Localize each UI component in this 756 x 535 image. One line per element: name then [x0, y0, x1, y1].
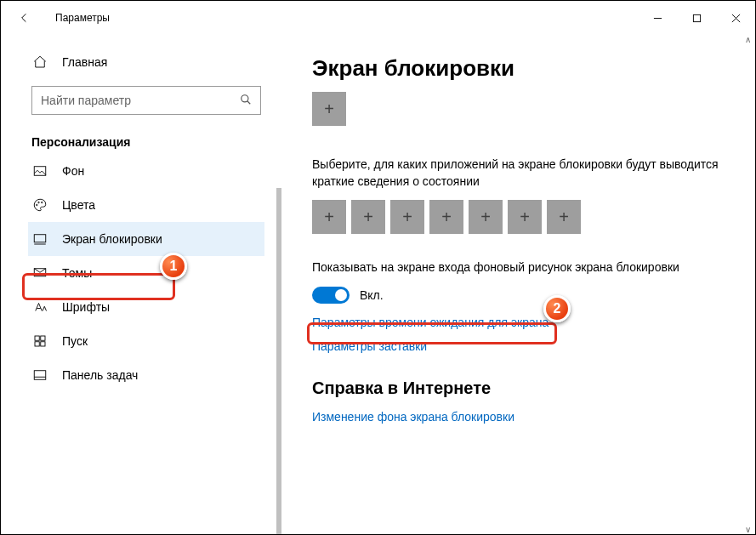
- sidebar-section-title: Персонализация: [31, 135, 264, 149]
- start-icon: [31, 333, 48, 349]
- minimize-button[interactable]: [638, 5, 677, 31]
- svg-point-8: [38, 202, 40, 203]
- fonts-icon: [31, 299, 48, 315]
- svg-rect-1: [693, 14, 700, 21]
- search-input[interactable]: Найти параметр: [31, 86, 261, 115]
- svg-point-7: [37, 204, 38, 206]
- svg-rect-6: [34, 167, 46, 176]
- sidebar-item-start[interactable]: Пуск: [28, 324, 264, 358]
- lockscreen-icon: [31, 231, 48, 247]
- screensaver-link[interactable]: Параметры заставки: [312, 339, 725, 353]
- sidebar-item-label: Пуск: [62, 334, 88, 348]
- back-button[interactable]: [8, 1, 42, 35]
- detailed-status-app-row: +: [312, 92, 725, 126]
- help-change-bg-link[interactable]: Изменение фона экрана блокировки: [312, 410, 725, 424]
- sidebar-item-colors[interactable]: Цвета: [28, 188, 264, 222]
- signin-bg-toggle[interactable]: [312, 287, 350, 304]
- sidebar-item-label: Шрифты: [62, 300, 110, 314]
- svg-point-4: [242, 94, 248, 101]
- sidebar-item-label: Экран блокировки: [62, 232, 162, 246]
- main-panel: Экран блокировки + Выберите, для каких п…: [281, 35, 755, 534]
- taskbar-icon: [31, 367, 48, 383]
- search-icon: [240, 94, 252, 108]
- add-quick-app-tile[interactable]: +: [312, 200, 346, 234]
- palette-icon: [31, 197, 48, 213]
- svg-rect-16: [35, 342, 39, 346]
- sidebar-item-label: Фон: [62, 164, 84, 178]
- add-quick-app-tile[interactable]: +: [508, 200, 542, 234]
- picture-icon: [31, 163, 48, 179]
- svg-point-9: [42, 202, 43, 203]
- home-row[interactable]: Главная: [31, 45, 264, 79]
- sidebar-item-themes[interactable]: Темы: [28, 256, 264, 290]
- svg-rect-18: [34, 371, 46, 380]
- window-title: Параметры: [55, 12, 110, 24]
- svg-line-5: [247, 100, 251, 104]
- sidebar: Главная Найти параметр Персонализация Фо…: [1, 35, 281, 534]
- sidebar-item-label: Цвета: [62, 198, 95, 212]
- toggle-state-label: Вкл.: [360, 288, 384, 302]
- svg-rect-14: [35, 336, 39, 340]
- sidebar-item-background[interactable]: Фон: [28, 154, 264, 188]
- add-detailed-app-tile[interactable]: +: [312, 92, 346, 126]
- help-section-title: Справка в Интернете: [312, 378, 725, 398]
- close-button[interactable]: [716, 5, 755, 31]
- svg-rect-17: [41, 342, 45, 346]
- window-controls: [638, 5, 755, 31]
- sidebar-item-taskbar[interactable]: Панель задач: [28, 358, 264, 392]
- sidebar-item-fonts[interactable]: Шрифты: [28, 290, 264, 324]
- maximize-button[interactable]: [677, 5, 716, 31]
- main-scrollbar[interactable]: ∧ ∨: [742, 35, 753, 534]
- add-quick-app-tile[interactable]: +: [429, 200, 463, 234]
- home-label: Главная: [62, 55, 107, 69]
- add-quick-app-tile[interactable]: +: [390, 200, 424, 234]
- quick-status-apps-row: + + + + + + +: [312, 200, 725, 234]
- scroll-down-icon[interactable]: ∨: [745, 525, 751, 534]
- scroll-up-icon[interactable]: ∧: [745, 35, 751, 44]
- search-placeholder: Найти параметр: [41, 94, 240, 107]
- titlebar: Параметры: [1, 1, 755, 35]
- signin-bg-toggle-row: Вкл.: [312, 287, 725, 304]
- screen-timeout-link[interactable]: Параметры времени ожидания для экрана: [312, 316, 725, 329]
- signin-bg-description: Показывать на экране входа фоновый рисун…: [312, 259, 725, 276]
- themes-icon: [31, 265, 48, 281]
- home-icon: [31, 54, 48, 70]
- add-quick-app-tile[interactable]: +: [351, 200, 385, 234]
- quick-status-description: Выберите, для каких приложений на экране…: [312, 157, 725, 190]
- page-title: Экран блокировки: [312, 55, 725, 82]
- svg-rect-10: [34, 235, 46, 242]
- svg-rect-15: [41, 336, 45, 340]
- sidebar-item-label: Темы: [62, 266, 92, 280]
- add-quick-app-tile[interactable]: +: [469, 200, 503, 234]
- sidebar-item-lockscreen[interactable]: Экран блокировки: [28, 222, 264, 256]
- add-quick-app-tile[interactable]: +: [547, 200, 581, 234]
- sidebar-item-label: Панель задач: [62, 368, 138, 382]
